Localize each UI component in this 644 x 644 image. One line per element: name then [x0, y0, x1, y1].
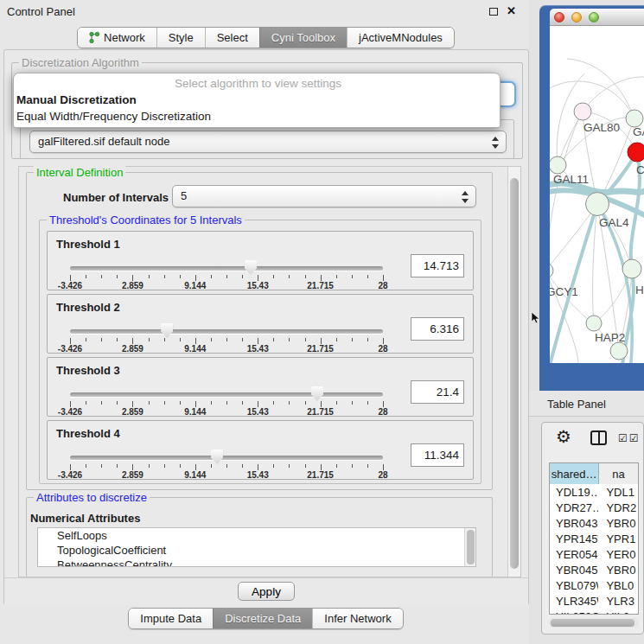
table-cell[interactable]: YDL19…	[550, 484, 598, 500]
settings-scrollpane: Interval Definition Number of Intervals …	[18, 166, 521, 577]
group-title: Discretization Algorithm	[19, 56, 142, 69]
numerical-attributes-list[interactable]: SelfLoopsTopologicalCoefficientBetweenne…	[37, 527, 476, 567]
tab-select[interactable]: Select	[205, 28, 259, 48]
tab-discretize-data[interactable]: Discretize Data	[213, 609, 312, 629]
table-cell[interactable]: YPR145W	[550, 531, 598, 546]
list-item-selfloops[interactable]: SelfLoops	[38, 528, 475, 543]
network-view-canvas[interactable]: GAL80GACGAL11GAL4GCY1HHAP2	[550, 26, 644, 363]
threshold-label: Threshold 3	[56, 364, 120, 377]
tab-style[interactable]: Style	[156, 28, 205, 48]
table-cell[interactable]: YLR345W	[550, 593, 598, 609]
minimize-traffic-light-icon[interactable]	[571, 12, 582, 22]
table-cell[interactable]: YDR2	[598, 500, 638, 515]
dropdown-item-equal-width-frequency-discretization[interactable]: Equal Width/Frequency Discretization	[14, 108, 500, 124]
table-cell[interactable]: YBL079W	[550, 577, 598, 593]
vertical-scrollbar[interactable]	[507, 167, 520, 577]
table-row[interactable]: YDR27…YDR2	[550, 500, 638, 515]
column-header-shared-[interactable]: shared…	[550, 463, 599, 484]
table-cell[interactable]: YBL0	[598, 577, 638, 593]
interval-definition-group: Interval Definition Number of Intervals …	[26, 172, 493, 490]
scrollbar-thumb[interactable]	[510, 178, 519, 569]
columns-icon[interactable]	[590, 430, 607, 445]
tab-impute-data[interactable]: Impute Data	[129, 609, 213, 629]
slider-tick-labels: -3.4262.8599.14415.4321.71528	[70, 407, 383, 417]
table-row[interactable]: YPR145WYPR1	[550, 531, 638, 546]
tab-jactivemnodules[interactable]: jActiveMNodules	[347, 28, 454, 48]
threshold-value-field[interactable]: 21.4	[411, 380, 464, 404]
number-of-intervals-value: 5	[181, 189, 187, 202]
network-node[interactable]	[550, 263, 553, 278]
table-cell[interactable]: YER0	[598, 546, 638, 562]
close-traffic-light-icon[interactable]	[554, 12, 564, 22]
table-row[interactable]: YBR045CYBR0	[550, 562, 638, 577]
list-item-betweennesscentrality[interactable]: BetweennessCentrality	[38, 558, 475, 567]
thresholds-group: Threshold's Coordinates for 5 Intervals …	[39, 220, 481, 484]
network-node[interactable]	[626, 110, 643, 127]
gear-icon[interactable]: ⚙	[556, 426, 571, 447]
slider-thumb[interactable]	[161, 323, 173, 338]
network-node[interactable]	[574, 103, 591, 120]
table-panel-box: ⚙ ☑☑ shared…na YDL19…YDL1YDR27…YDR2YBR04…	[541, 422, 644, 634]
attributes-group: Attributes to discretize Numerical Attri…	[26, 497, 493, 577]
tab-infer-network[interactable]: Infer Network	[312, 609, 402, 629]
dropdown-item-manual-discretization[interactable]: Manual Discretization	[14, 92, 500, 108]
table-cell[interactable]: YIL0	[598, 609, 638, 615]
slider-track[interactable]	[70, 456, 383, 460]
close-icon[interactable]: ✕	[507, 4, 516, 17]
table-cell[interactable]: YIL052C	[550, 609, 598, 615]
tab-network[interactable]: Network	[78, 28, 156, 48]
table-row[interactable]: YER054CYER0	[550, 546, 638, 562]
table-data-combobox[interactable]: galFiltered.sif default node	[29, 131, 507, 153]
table-cell[interactable]: YLR3	[598, 593, 638, 609]
slider-track[interactable]	[70, 392, 383, 397]
network-node[interactable]	[586, 193, 609, 216]
threshold-value-field[interactable]: 11.344	[411, 443, 464, 467]
float-window-icon[interactable]	[489, 8, 498, 16]
slider-thumb[interactable]	[311, 386, 323, 401]
table-cell[interactable]: YBR0	[598, 515, 638, 531]
table-row[interactable]: YLR345WYLR3	[550, 593, 638, 609]
checkboxes-icon[interactable]: ☑☑	[618, 432, 641, 444]
threshold-value-field[interactable]: 6.316	[411, 317, 464, 341]
node-label-gal80: GAL80	[583, 121, 620, 134]
column-header-na[interactable]: na	[599, 463, 638, 484]
horizontal-scrollbar[interactable]	[549, 618, 639, 628]
list-vertical-scrollbar[interactable]	[464, 528, 475, 566]
panel-title: Control Panel	[7, 5, 75, 18]
network-window-titlebar[interactable]	[550, 9, 644, 26]
slider-thumb[interactable]	[245, 260, 257, 275]
scrollbar-thumb[interactable]	[551, 619, 634, 627]
network-node[interactable]	[550, 156, 566, 174]
apply-button[interactable]: Apply	[238, 582, 295, 601]
table-cell[interactable]: YBR043C	[550, 515, 598, 531]
table-cell[interactable]: YBR0	[598, 562, 638, 577]
table-cell[interactable]: YBR045C	[550, 562, 598, 577]
group-title: Attributes to discretize	[34, 491, 150, 504]
network-node[interactable]	[622, 259, 641, 278]
network-node[interactable]	[628, 143, 644, 162]
threshold-row-1: Threshold 1-3.4262.8599.14415.4321.71528…	[47, 231, 474, 290]
threshold-value-field[interactable]: 14.713	[411, 254, 464, 277]
table-row[interactable]: YIL052CYIL0	[550, 609, 638, 615]
tab-label: Discretize Data	[225, 612, 301, 629]
slider-track[interactable]	[70, 329, 383, 334]
table-row[interactable]: YBL079WYBL0	[550, 577, 638, 593]
tab-cyni-toolbox[interactable]: Cyni Toolbox	[259, 28, 347, 48]
number-of-intervals-combobox[interactable]: 5	[172, 185, 476, 207]
slider-track[interactable]	[70, 266, 383, 271]
table-row[interactable]: YDL19…YDL1	[550, 484, 638, 500]
network-node[interactable]	[610, 342, 628, 360]
tab-label: Style	[169, 31, 194, 48]
table-cell[interactable]: YDL1	[598, 484, 638, 500]
table-row[interactable]: YBR043CYBR0	[550, 515, 638, 531]
table-cell[interactable]: YPR1	[598, 531, 638, 546]
table-cell[interactable]: YDR27…	[550, 500, 598, 515]
scrollbar-thumb[interactable]	[467, 530, 475, 564]
table-cell[interactable]: YER054C	[550, 546, 598, 562]
node-attribute-table[interactable]: shared…na YDL19…YDL1YDR27…YDR2YBR043CYBR…	[549, 462, 639, 615]
network-node[interactable]	[586, 316, 602, 331]
slider-thumb[interactable]	[211, 450, 223, 464]
zoom-traffic-light-icon[interactable]	[589, 12, 599, 22]
dropdown-item-placeholder[interactable]: Select algorithm to view settings	[14, 75, 500, 92]
list-item-topologicalcoefficient[interactable]: TopologicalCoefficient	[38, 543, 475, 558]
